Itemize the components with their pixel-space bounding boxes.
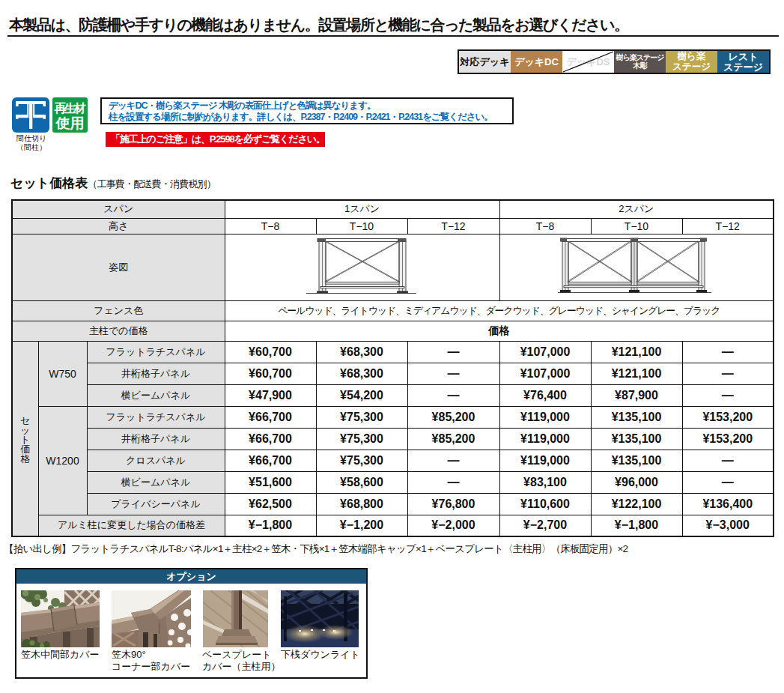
- svg-text:使用: 使用: [55, 115, 85, 131]
- svg-text:再生材: 再生材: [54, 102, 86, 115]
